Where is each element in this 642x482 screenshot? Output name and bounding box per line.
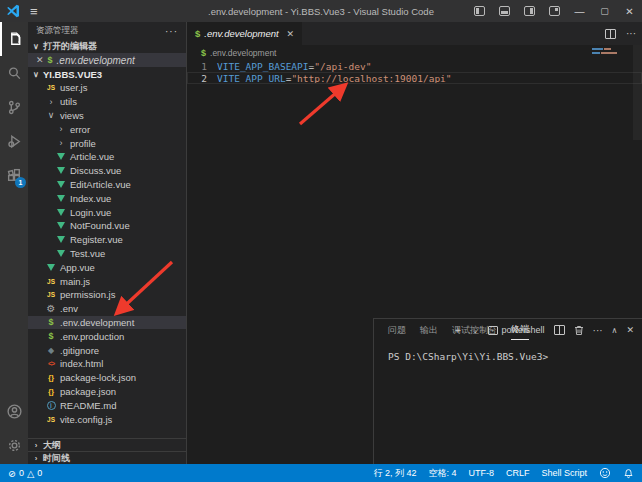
tree-item-label: .env.production	[60, 331, 124, 342]
tree-item-Login.vue[interactable]: Login.vue	[28, 205, 186, 219]
terminal-output[interactable]: PS D:\CSharp\Yi\Yi.BBS.Vue3>	[374, 341, 642, 362]
run-and-debug-icon[interactable]	[0, 124, 28, 158]
notifications-bell-icon[interactable]	[623, 467, 634, 479]
breadcrumb[interactable]: $ .env.development	[187, 45, 642, 60]
outline-section[interactable]: › 大纲	[28, 438, 186, 451]
extensions-icon[interactable]: 1	[0, 158, 28, 192]
code-line-1[interactable]: 1 VITE_APP_BASEAPI="/api-dev"	[187, 60, 642, 72]
maximize-button[interactable]: ▢	[592, 0, 617, 22]
indentation-setting[interactable]: 空格: 4	[428, 467, 456, 480]
project-root-folder[interactable]: ∨ YI.BBS.VUE3	[28, 67, 186, 81]
kill-terminal-trash-icon[interactable]	[574, 325, 584, 336]
tree-item-Register.vue[interactable]: Register.vue	[28, 233, 186, 247]
env-key: VITE_APP_BASEAPI	[217, 61, 309, 72]
terminal-dropdown-icon[interactable]: ⌄	[472, 326, 479, 335]
tree-item-label: views	[60, 110, 84, 121]
panel-more-icon[interactable]: ···	[593, 325, 603, 336]
explorer-more-icon[interactable]: ···	[165, 26, 178, 37]
tree-item-utils[interactable]: ›utils	[28, 95, 186, 109]
minimap[interactable]	[592, 48, 628, 56]
tab-bar: $ .env.development ✕ ···	[187, 22, 642, 45]
close-panel-icon[interactable]: ✕	[626, 325, 634, 335]
tree-item-Discuss.vue[interactable]: Discuss.vue	[28, 164, 186, 178]
tree-item-EditArticle.vue[interactable]: EditArticle.vue	[28, 178, 186, 192]
tree-item-package.json[interactable]: {}package.json	[28, 385, 186, 399]
explorer-icon[interactable]	[0, 22, 28, 56]
folder-collapsed-icon: ›	[56, 138, 66, 148]
panel-tab-问题[interactable]: 问题	[388, 321, 406, 340]
feedback-smiley-icon[interactable]	[599, 467, 611, 479]
panel-tab-输出[interactable]: 输出	[420, 321, 438, 340]
tree-item-App.vue[interactable]: App.vue	[28, 260, 186, 274]
account-icon[interactable]	[0, 394, 28, 428]
tab-env-development[interactable]: $ .env.development ✕	[187, 22, 302, 45]
timeline-label: 时间线	[43, 452, 70, 465]
tree-item-Index.vue[interactable]: Index.vue	[28, 191, 186, 205]
language-mode[interactable]: Shell Script	[541, 468, 587, 478]
quote: "	[446, 73, 452, 84]
explorer-title: 资源管理器	[36, 25, 79, 37]
shell-label: powershell	[502, 325, 545, 335]
cursor-position[interactable]: 行 2, 列 42	[373, 467, 416, 480]
dollar-icon: $	[195, 28, 200, 39]
tree-item-Test.vue[interactable]: Test.vue	[28, 247, 186, 261]
tab-label: .env.development	[204, 28, 278, 39]
editor-scrollbar[interactable]	[633, 45, 642, 140]
close-icon[interactable]: ✕	[36, 55, 44, 65]
close-button[interactable]: ✕	[617, 0, 642, 22]
json-icon: {}	[46, 373, 56, 382]
toggle-panel-icon[interactable]	[492, 0, 517, 22]
shell-selector[interactable]: › powershell	[488, 325, 545, 335]
vue-icon	[56, 236, 66, 243]
vue-icon	[56, 167, 66, 174]
tab-close-icon[interactable]: ✕	[287, 29, 295, 39]
tree-item-Article.vue[interactable]: Article.vue	[28, 150, 186, 164]
tree-item-profile[interactable]: ›profile	[28, 136, 186, 150]
env-value: "/api-dev"	[314, 61, 371, 72]
dollar-icon: $	[48, 55, 53, 65]
json-icon: {}	[46, 387, 56, 396]
editor-more-icon[interactable]: ···	[626, 28, 636, 39]
timeline-section[interactable]: › 时间线	[28, 451, 186, 464]
tree-item-index.html[interactable]: <>index.html	[28, 357, 186, 371]
url-link[interactable]: http://localhost:19001/api	[297, 73, 446, 84]
split-terminal-icon[interactable]	[554, 325, 565, 335]
source-control-icon[interactable]	[0, 90, 28, 124]
code-editor[interactable]: 1 VITE_APP_BASEAPI="/api-dev" 2 VITE_APP…	[187, 60, 642, 84]
problems-indicator[interactable]: ⊘ 0 △ 0	[8, 468, 42, 479]
eol-setting[interactable]: CRLF	[506, 468, 530, 478]
tree-item-views[interactable]: ∨views	[28, 109, 186, 123]
hamburger-menu-icon[interactable]: ≡	[30, 4, 38, 19]
new-terminal-icon[interactable]: ＋	[453, 323, 463, 337]
split-editor-icon[interactable]	[605, 29, 616, 39]
open-editor-item[interactable]: ✕ $ .env.development	[28, 53, 186, 67]
toggle-secondary-sidebar-icon[interactable]	[517, 0, 542, 22]
tree-item-.env.development[interactable]: $.env.development	[28, 316, 186, 330]
error-icon: ⊘	[8, 468, 16, 479]
settings-gear-icon[interactable]	[0, 428, 28, 462]
tree-item-vite.config.js[interactable]: JSvite.config.js	[28, 412, 186, 426]
vue-icon	[56, 181, 66, 188]
tree-item-NotFound.vue[interactable]: NotFound.vue	[28, 219, 186, 233]
maximize-panel-icon[interactable]: ∧	[612, 326, 618, 335]
tree-item-user.js[interactable]: JSuser.js	[28, 81, 186, 95]
tree-item-permission.js[interactable]: JSpermission.js	[28, 288, 186, 302]
customize-layout-icon[interactable]	[542, 0, 567, 22]
code-line-2[interactable]: 2 VITE_APP_URL="http://localhost:19001/a…	[187, 72, 642, 84]
open-editors-section[interactable]: ∨ 打开的编辑器	[28, 40, 186, 53]
tree-item-.gitignore[interactable]: ◆.gitignore	[28, 343, 186, 357]
tree-item-main.js[interactable]: JSmain.js	[28, 274, 186, 288]
sidebar-explorer: 资源管理器 ··· ∨ 打开的编辑器 ✕ $ .env.development …	[28, 22, 186, 464]
tree-item-error[interactable]: ›error	[28, 122, 186, 136]
tree-item-README.md[interactable]: iREADME.md	[28, 398, 186, 412]
tree-item-package-lock.json[interactable]: {}package-lock.json	[28, 371, 186, 385]
open-editor-label: .env.development	[57, 55, 135, 66]
vue-icon	[56, 222, 66, 229]
toggle-primary-sidebar-icon[interactable]	[467, 0, 492, 22]
tree-item-.env.production[interactable]: $.env.production	[28, 329, 186, 343]
encoding-setting[interactable]: UTF-8	[468, 468, 494, 478]
dollar-icon: $	[46, 317, 56, 327]
search-icon[interactable]	[0, 56, 28, 90]
tree-item-.env[interactable]: ⚙.env	[28, 302, 186, 316]
minimize-button[interactable]: —	[567, 0, 592, 22]
